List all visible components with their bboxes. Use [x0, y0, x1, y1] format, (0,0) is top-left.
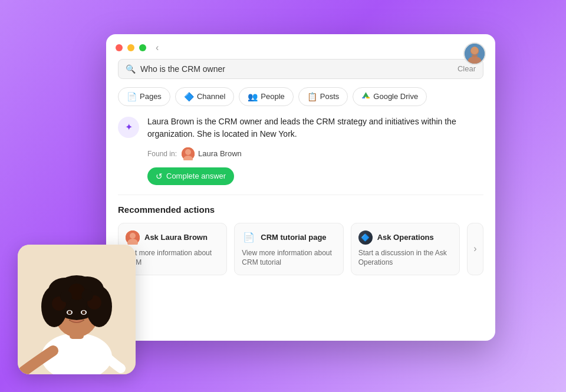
tab-channel[interactable]: 🔷 Channel: [175, 87, 234, 106]
title-bar: ‹: [106, 34, 495, 59]
tab-channel-label: Channel: [197, 92, 225, 101]
user-avatar[interactable]: [463, 42, 486, 65]
divider: [118, 195, 483, 195]
tab-google-drive-label: Google Drive: [373, 92, 418, 101]
back-button[interactable]: ‹: [156, 42, 159, 53]
tab-people-label: People: [261, 92, 284, 101]
maximize-button[interactable]: [139, 44, 146, 51]
channel-icon: 🔷: [184, 92, 194, 101]
pages-icon: 📄: [127, 92, 137, 101]
recommended-section: Recommended actions Ask Laura Brown Get …: [106, 205, 495, 290]
complete-icon: ↺: [156, 172, 163, 181]
laura-avatar-small: [182, 147, 195, 160]
filter-tabs: 📄 Pages 🔷 Channel 👥 People 📋 Posts: [106, 87, 495, 116]
page-card-icon: 📄: [242, 230, 256, 245]
search-query-text: Who is the CRM owner: [140, 64, 453, 74]
card-header-ask-laura: Ask Laura Brown: [126, 230, 219, 245]
svg-point-26: [68, 311, 71, 314]
tab-google-drive[interactable]: Google Drive: [353, 87, 427, 106]
card-title-ask-laura: Ask Laura Brown: [144, 233, 208, 242]
card-ask-operations[interactable]: 🔷 Ask Operations Start a discussion in t…: [351, 223, 460, 276]
svg-point-28: [82, 311, 85, 314]
card-crm-tutorial[interactable]: 📄 CRM tutorial page View more informatio…: [234, 223, 343, 276]
recommended-title: Recommended actions: [118, 205, 483, 215]
found-in-name: Laura Brown: [198, 149, 242, 158]
card-desc-ask-laura: Get more information about CRM: [126, 248, 219, 268]
search-bar[interactable]: 🔍 Who is the CRM owner Clear: [118, 59, 483, 79]
posts-icon: 📋: [307, 92, 317, 101]
svg-point-24: [81, 289, 93, 301]
card-title-crm-tutorial: CRM tutorial page: [261, 233, 326, 242]
search-area: 🔍 Who is the CRM owner Clear: [106, 59, 495, 87]
close-button[interactable]: [116, 44, 123, 51]
card-header-ask-operations: 🔷 Ask Operations: [358, 230, 452, 245]
card-header-crm-tutorial: 📄 CRM tutorial page: [242, 230, 335, 245]
more-cards-button[interactable]: ›: [467, 223, 483, 276]
ai-sparkle-icon: ✦: [118, 117, 139, 138]
people-icon: 👥: [248, 92, 258, 101]
card-desc-crm-tutorial: View more information about CRM tutorial: [242, 248, 335, 268]
found-in-row: Found in: Laura Brown: [147, 147, 483, 160]
tab-posts[interactable]: 📋 Posts: [298, 87, 348, 106]
svg-point-5: [185, 149, 191, 155]
tab-pages-label: Pages: [140, 92, 162, 101]
minimize-button[interactable]: [127, 44, 134, 51]
answer-content: Laura Brown is the CRM owner and leads t…: [147, 116, 483, 185]
answer-text: Laura Brown is the CRM owner and leads t…: [147, 116, 483, 140]
app-window: ‹ 🔍 Who is the CRM owner Clear 📄 Pages: [106, 34, 495, 341]
card-title-ask-operations: Ask Operations: [377, 233, 434, 242]
svg-point-8: [130, 233, 136, 239]
person-photo-inner: [18, 245, 136, 374]
found-in-person[interactable]: Laura Brown: [182, 147, 242, 160]
complete-answer-label: Complete answer: [166, 172, 226, 180]
ops-card-icon: 🔷: [358, 230, 373, 245]
answer-area: ✦ Laura Brown is the CRM owner and leads…: [106, 116, 495, 195]
card-desc-ask-operations: Start a discussion in the Ask Operations: [358, 248, 452, 268]
tab-pages[interactable]: 📄 Pages: [118, 87, 170, 106]
person-photo: [18, 245, 136, 374]
tab-posts-label: Posts: [320, 92, 340, 101]
laura-card-icon: [126, 230, 140, 245]
avatar-image: [465, 44, 485, 64]
action-cards: Ask Laura Brown Get more information abo…: [118, 223, 483, 276]
google-drive-icon: [361, 91, 370, 102]
search-icon: 🔍: [126, 64, 136, 74]
svg-point-23: [60, 291, 72, 302]
svg-rect-12: [53, 339, 100, 374]
svg-point-3: [471, 47, 479, 54]
complete-answer-button[interactable]: ↺ Complete answer: [147, 167, 234, 185]
tab-people[interactable]: 👥 People: [239, 87, 293, 106]
clear-button[interactable]: Clear: [458, 64, 476, 73]
found-in-label: Found in:: [147, 150, 177, 158]
